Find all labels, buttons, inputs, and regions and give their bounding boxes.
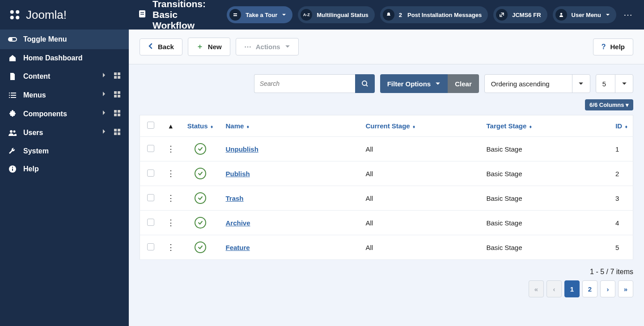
- row-checkbox[interactable]: [147, 243, 154, 250]
- svg-rect-11: [11, 93, 16, 93]
- grid-icon[interactable]: [114, 72, 121, 81]
- limit-select[interactable]: 5: [596, 74, 633, 93]
- transition-name-link[interactable]: Publish: [226, 170, 250, 178]
- row-checkbox[interactable]: [147, 194, 154, 201]
- sort-icon: ♦: [413, 124, 415, 129]
- transition-name-link[interactable]: Archive: [226, 219, 250, 227]
- svg-rect-8: [114, 76, 117, 79]
- chevron-down-icon: [606, 12, 610, 18]
- grid-icon[interactable]: [114, 110, 121, 119]
- transition-name-link[interactable]: Unpublish: [226, 145, 258, 153]
- brand-logo[interactable]: Joomla!: [0, 0, 129, 30]
- sort-icon: ♦: [211, 124, 213, 129]
- col-ordering[interactable]: ▴: [161, 115, 180, 137]
- user-icon: [555, 9, 567, 21]
- chevron-down-icon: [282, 12, 286, 18]
- svg-rect-21: [118, 110, 120, 113]
- row-actions-button[interactable]: ⋮: [167, 169, 175, 178]
- current-stage-cell: All: [360, 211, 481, 235]
- row-checkbox[interactable]: [147, 169, 154, 177]
- file-icon: [8, 72, 17, 80]
- site-link-button[interactable]: JCMS6 FR: [493, 6, 547, 23]
- row-actions-button[interactable]: ⋮: [167, 194, 175, 202]
- more-menu-button[interactable]: ⋯: [622, 9, 635, 20]
- transition-name-link[interactable]: Trash: [226, 195, 244, 202]
- grid-icon[interactable]: [114, 128, 121, 137]
- joomla-icon: [8, 8, 21, 21]
- wrench-icon: [8, 147, 17, 155]
- transition-name-link[interactable]: Feature: [226, 244, 250, 251]
- id-cell: 1: [602, 137, 633, 161]
- status-published-icon[interactable]: [195, 168, 206, 179]
- actions-button[interactable]: ⋯ Actions: [236, 38, 299, 55]
- page-1-button[interactable]: 1: [564, 280, 580, 297]
- question-icon: ?: [602, 43, 606, 51]
- svg-point-38: [560, 13, 562, 15]
- table-row: ⋮PublishAllBasic Stage2: [140, 161, 633, 186]
- ellipsis-icon: ⋯: [244, 42, 251, 51]
- id-cell: 4: [602, 211, 633, 235]
- row-checkbox[interactable]: [147, 219, 154, 226]
- columns-button[interactable]: 6/6 Columns ▾: [585, 99, 633, 110]
- sidebar-item-system[interactable]: System: [0, 142, 129, 160]
- col-target-stage[interactable]: Target Stage ♦: [481, 115, 602, 137]
- page-next-button[interactable]: ›: [600, 280, 615, 297]
- row-checkbox[interactable]: [147, 145, 154, 152]
- sidebar-item-content[interactable]: Content: [0, 67, 129, 86]
- status-published-icon[interactable]: [195, 192, 206, 204]
- row-actions-button[interactable]: ⋮: [167, 219, 175, 227]
- col-current-stage[interactable]: Current Stage ♦: [360, 115, 481, 137]
- page-last-button[interactable]: »: [618, 280, 633, 297]
- back-button[interactable]: Back: [140, 38, 182, 55]
- items-info: 1 - 5 / 7 items: [129, 260, 644, 280]
- users-icon: [8, 129, 17, 136]
- status-published-icon[interactable]: [195, 217, 206, 229]
- status-published-icon[interactable]: [195, 241, 206, 253]
- col-id[interactable]: ID ♦: [602, 115, 633, 137]
- col-name[interactable]: Name ♦: [220, 115, 360, 137]
- status-published-icon[interactable]: [195, 143, 206, 155]
- search-group: [254, 74, 375, 93]
- clear-button[interactable]: Clear: [448, 74, 479, 93]
- sidebar-item-users[interactable]: Users: [0, 123, 129, 142]
- take-tour-button[interactable]: Take a Tour: [227, 6, 292, 23]
- sidebar-item-home-dashboard[interactable]: Home Dashboard: [0, 49, 129, 67]
- col-status[interactable]: Status ♦: [180, 115, 220, 137]
- help-button[interactable]: ? Help: [593, 38, 633, 55]
- table-header-row: ▴ Status ♦ Name ♦ Current Stage ♦ Target…: [140, 115, 633, 137]
- page-prev-button: ‹: [547, 280, 562, 297]
- svg-rect-27: [118, 129, 120, 131]
- search-icon: [361, 80, 369, 87]
- clear-label: Clear: [455, 80, 472, 88]
- post-install-label: Post Installation Messages: [407, 12, 482, 18]
- ordering-select[interactable]: Ordering ascending: [484, 74, 590, 93]
- search-input[interactable]: [254, 74, 355, 93]
- toggle-menu[interactable]: Toggle Menu: [0, 30, 129, 49]
- svg-rect-37: [233, 15, 237, 16]
- col-check-all[interactable]: [140, 115, 161, 137]
- multilingual-button[interactable]: A-Z Multilingual Status: [298, 6, 375, 23]
- main: Transitions: Basic Workflow Take a Tour …: [129, 0, 644, 326]
- page-2-button[interactable]: 2: [582, 280, 597, 297]
- new-button[interactable]: ＋ New: [188, 38, 230, 56]
- svg-rect-17: [118, 91, 120, 94]
- sort-icon: ♦: [529, 124, 532, 129]
- svg-point-0: [10, 10, 14, 14]
- sidebar-item-components[interactable]: Components: [0, 105, 129, 123]
- sidebar-item-help[interactable]: Help: [0, 160, 129, 178]
- svg-rect-9: [118, 76, 120, 79]
- sidebar-item-label: Menus: [23, 91, 96, 99]
- search-button[interactable]: [355, 74, 375, 93]
- sidebar-item-menus[interactable]: Menus: [0, 86, 129, 105]
- filter-options-button[interactable]: Filter Options: [380, 74, 448, 93]
- row-actions-button[interactable]: ⋮: [167, 145, 175, 153]
- svg-rect-23: [118, 114, 120, 116]
- help-label: Help: [610, 43, 625, 51]
- svg-rect-10: [9, 93, 10, 93]
- puzzle-icon: [8, 110, 17, 118]
- row-actions-button[interactable]: ⋮: [167, 243, 175, 251]
- checkbox-icon: [147, 122, 154, 129]
- grid-icon[interactable]: [114, 91, 121, 100]
- post-install-button[interactable]: 2 Post Installation Messages: [380, 6, 488, 23]
- user-menu-button[interactable]: User Menu: [553, 6, 616, 23]
